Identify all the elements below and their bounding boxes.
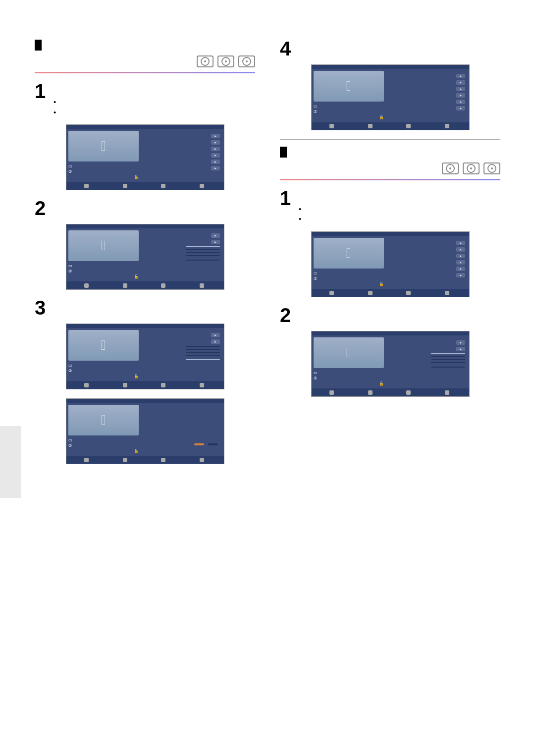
osd-del-2: 𓅮 ▭ ② 🔓 ▸ ▸ 00 bbox=[311, 331, 470, 397]
section-locking-head bbox=[35, 40, 255, 51]
protection-off bbox=[208, 443, 218, 445]
step-2-number: 2 bbox=[35, 199, 49, 217]
osd-del-1: 𓅮 ▭ ② 🔓 ▸ ▸ ▸ ▸ ▸ ▸ bbox=[311, 231, 470, 297]
step-1-body bbox=[54, 82, 255, 117]
step-4: 4 bbox=[280, 40, 500, 57]
disc-rw-icon bbox=[463, 162, 480, 174]
disc-ram-icon bbox=[197, 55, 214, 67]
osd-title-list-2: 𓅮 ▭ ② 🔓 ▸ ▸ 00 bbox=[66, 224, 224, 290]
disc-ram-icon bbox=[442, 162, 459, 174]
del-step-2: 2 bbox=[280, 306, 500, 324]
protection-on bbox=[194, 443, 204, 445]
thumbnail-icon: 𓅮 bbox=[68, 405, 139, 435]
thumbnail-icon: 𓅮 bbox=[314, 71, 384, 102]
side-tab-bg bbox=[0, 426, 21, 498]
thumbnail-icon: 𓅮 bbox=[68, 131, 139, 162]
step-1-number: 1 bbox=[280, 189, 294, 224]
disc-badges-del bbox=[280, 162, 500, 175]
thumbnail-icon: 𓅮 bbox=[68, 330, 139, 361]
section-mark bbox=[35, 40, 42, 51]
step-3-body bbox=[54, 299, 255, 317]
disc-r-icon bbox=[238, 55, 255, 67]
del-step-2-body bbox=[299, 306, 500, 324]
step-1-number: 1 bbox=[35, 82, 49, 117]
divider-bar bbox=[35, 72, 255, 73]
step-3-number: 3 bbox=[35, 299, 49, 317]
thumbnail-icon: 𓅮 bbox=[68, 230, 139, 261]
thumbnail-icon: 𓅮 bbox=[314, 238, 384, 269]
step-2-body bbox=[54, 199, 255, 217]
step-2: 2 bbox=[35, 199, 255, 217]
step-3: 3 bbox=[35, 299, 255, 317]
disc-badges-lock bbox=[35, 55, 255, 68]
section-mark bbox=[280, 147, 287, 158]
del-step-1-body bbox=[299, 189, 500, 224]
osd-title-list-1: 𓅮 ▭ ② 🔓 ▸ ▸ ▸ ▸ ▸ ▸ bbox=[66, 124, 224, 190]
del-step-1: 1 bbox=[280, 189, 500, 224]
section-deleting-head bbox=[280, 147, 500, 158]
step-4-body bbox=[299, 40, 500, 57]
left-column: 1 𓅮 ▭ ② 🔓 bbox=[35, 40, 255, 473]
step-4-number: 4 bbox=[280, 40, 294, 57]
right-column: 4 𓅮 ▭ ② 🔒 ▸ ▸ bbox=[280, 40, 500, 473]
thumbnail-icon: 𓅮 bbox=[314, 337, 384, 368]
disc-rw-icon bbox=[217, 55, 234, 67]
osd-title-list-3: 𓅮 ▭ ② 🔓 ▸ ▸ 00 bbox=[66, 324, 224, 389]
divider-bar bbox=[280, 179, 500, 180]
step-2-number: 2 bbox=[280, 306, 294, 324]
osd-protection-dialog: 𓅮 ▭ ② 🔓 bbox=[66, 398, 224, 464]
page-columns: 1 𓅮 ▭ ② 🔓 bbox=[35, 40, 500, 473]
step-1: 1 bbox=[35, 82, 255, 117]
osd-locked: 𓅮 ▭ ② 🔒 ▸ ▸ ▸ ▸ ▸ ▸ bbox=[311, 64, 470, 130]
disc-r-icon bbox=[483, 162, 500, 174]
section-divider bbox=[280, 139, 500, 140]
